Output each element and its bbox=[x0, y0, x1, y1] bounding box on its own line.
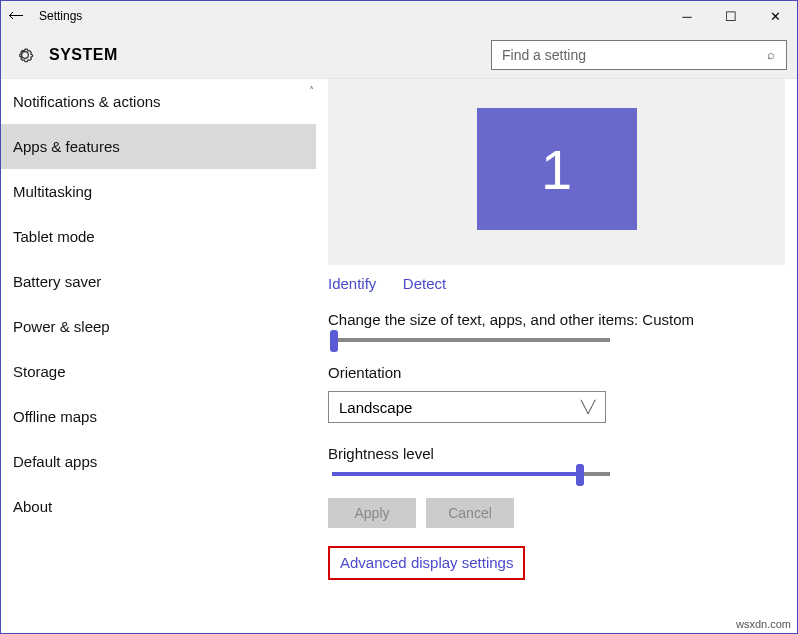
scale-slider[interactable] bbox=[332, 338, 610, 342]
search-placeholder: Find a setting bbox=[492, 47, 756, 63]
search-input[interactable]: Find a setting ⌕ bbox=[491, 40, 787, 70]
identify-link[interactable]: Identify bbox=[328, 275, 376, 292]
sidebar-item-storage[interactable]: Storage bbox=[1, 349, 316, 394]
page-title: SYSTEM bbox=[49, 46, 118, 64]
back-button[interactable]: 🡐 bbox=[1, 7, 31, 25]
cancel-button[interactable]: Cancel bbox=[426, 498, 514, 528]
window-title: Settings bbox=[39, 9, 665, 23]
action-buttons: Apply Cancel bbox=[328, 498, 785, 528]
scroll-up-icon[interactable]: ˄ bbox=[309, 85, 314, 96]
search-icon: ⌕ bbox=[756, 47, 786, 62]
sidebar-item-about[interactable]: About bbox=[1, 484, 316, 529]
sidebar: ˄ Notifications & actions Apps & feature… bbox=[1, 79, 316, 633]
titlebar: 🡐 Settings ─ ☐ ✕ bbox=[1, 1, 797, 31]
slider-thumb[interactable] bbox=[576, 464, 584, 486]
watermark: wsxdn.com bbox=[736, 618, 791, 630]
app-header: SYSTEM Find a setting ⌕ bbox=[1, 31, 797, 79]
apply-button[interactable]: Apply bbox=[328, 498, 416, 528]
sidebar-item-power-sleep[interactable]: Power & sleep bbox=[1, 304, 316, 349]
detect-link[interactable]: Detect bbox=[403, 275, 446, 292]
advanced-highlight-box: Advanced display settings bbox=[328, 546, 525, 580]
monitor-tile[interactable]: 1 bbox=[477, 108, 637, 230]
chevron-down-icon: ╲╱ bbox=[581, 400, 595, 414]
display-links: Identify Detect bbox=[328, 275, 785, 293]
close-button[interactable]: ✕ bbox=[753, 1, 797, 31]
orientation-value: Landscape bbox=[339, 399, 581, 416]
sidebar-item-notifications[interactable]: Notifications & actions bbox=[1, 79, 316, 124]
brightness-slider[interactable] bbox=[332, 472, 610, 476]
sidebar-item-apps-features[interactable]: Apps & features bbox=[1, 124, 316, 169]
sidebar-item-tablet-mode[interactable]: Tablet mode bbox=[1, 214, 316, 259]
content: ˄ Notifications & actions Apps & feature… bbox=[1, 79, 797, 633]
advanced-display-settings-link[interactable]: Advanced display settings bbox=[340, 554, 513, 571]
minimize-button[interactable]: ─ bbox=[665, 1, 709, 31]
orientation-label: Orientation bbox=[328, 364, 785, 381]
orientation-select[interactable]: Landscape ╲╱ bbox=[328, 391, 606, 423]
slider-thumb[interactable] bbox=[330, 330, 338, 352]
window-controls: ─ ☐ ✕ bbox=[665, 1, 797, 31]
scale-label: Change the size of text, apps, and other… bbox=[328, 311, 785, 328]
sidebar-item-offline-maps[interactable]: Offline maps bbox=[1, 394, 316, 439]
sidebar-item-default-apps[interactable]: Default apps bbox=[1, 439, 316, 484]
sidebar-item-battery-saver[interactable]: Battery saver bbox=[1, 259, 316, 304]
main-panel: 1 Identify Detect Change the size of tex… bbox=[316, 79, 797, 633]
display-preview: 1 bbox=[328, 79, 785, 265]
sidebar-item-multitasking[interactable]: Multitasking bbox=[1, 169, 316, 214]
maximize-button[interactable]: ☐ bbox=[709, 1, 753, 31]
brightness-label: Brightness level bbox=[328, 445, 785, 462]
gear-icon bbox=[15, 45, 35, 65]
